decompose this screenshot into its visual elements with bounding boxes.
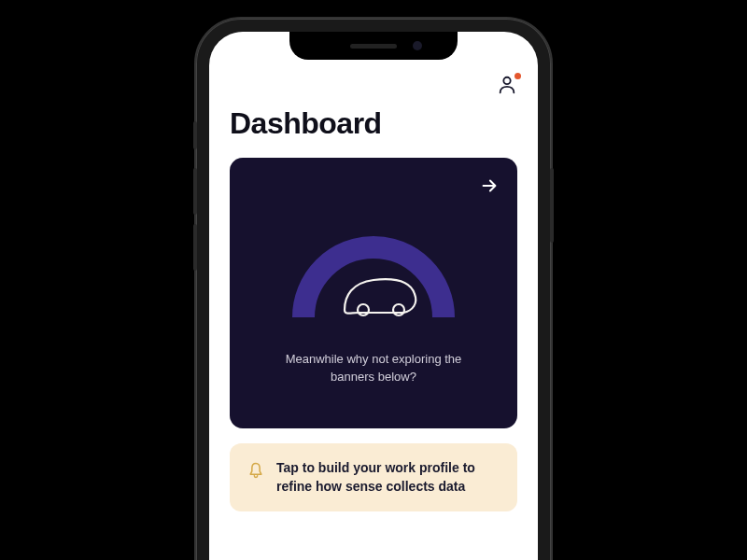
notch-camera (413, 41, 422, 50)
phone-screen: Dashboard Meanwhile why not exploring (209, 32, 538, 560)
work-profile-banner[interactable]: Tap to build your work profile to refine… (230, 443, 517, 511)
hero-arrow-button[interactable] (476, 173, 502, 199)
phone-side-button (193, 224, 197, 271)
phone-notch (289, 32, 458, 60)
arrow-right-icon (479, 175, 500, 196)
banner-text: Tap to build your work profile to refine… (276, 458, 500, 497)
profile-button[interactable] (497, 75, 517, 95)
phone-frame: Dashboard Meanwhile why not exploring (196, 19, 551, 560)
hero-card-message: Meanwhile why not exploring the banners … (271, 350, 476, 386)
svg-point-0 (503, 77, 510, 84)
phone-side-button (193, 168, 197, 215)
gauge-graphic (280, 210, 467, 331)
hero-card[interactable]: Meanwhile why not exploring the banners … (230, 158, 517, 428)
notification-dot-icon (514, 73, 521, 79)
bell-icon (247, 460, 265, 481)
notch-speaker (350, 44, 397, 49)
page-title: Dashboard (230, 106, 517, 141)
gauge-arc-icon (280, 210, 467, 331)
phone-side-button (193, 121, 197, 149)
phone-side-button (550, 168, 554, 243)
header-row (230, 71, 517, 99)
app-content: Dashboard Meanwhile why not exploring (209, 32, 538, 511)
